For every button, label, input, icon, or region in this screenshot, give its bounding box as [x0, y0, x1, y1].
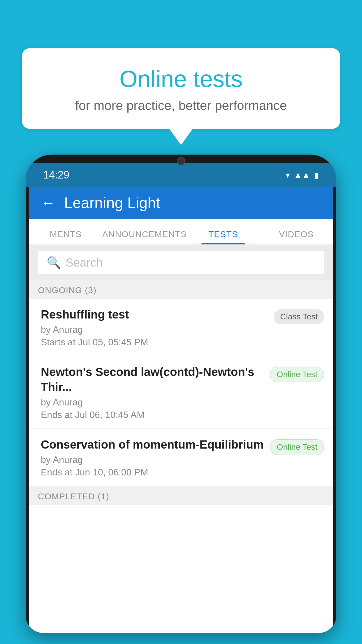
test-title: Reshuffling test: [41, 307, 268, 322]
phone-camera: [177, 157, 185, 165]
tab-bar: MENTS ANNOUNCEMENTS TESTS VIDEOS: [29, 219, 333, 245]
test-date: Ends at Jul 06, 10:45 AM: [41, 410, 264, 420]
tab-videos[interactable]: VIDEOS: [260, 229, 333, 244]
test-title: Newton's Second law(contd)-Newton's Thir…: [41, 364, 264, 395]
back-button[interactable]: ←: [41, 194, 55, 211]
speech-bubble-arrow: [169, 129, 193, 145]
tab-ments[interactable]: MENTS: [29, 229, 102, 244]
test-badge-class: Class Test: [274, 309, 324, 324]
speech-bubble-subtitle: for more practice, better performance: [45, 98, 317, 113]
test-item[interactable]: Conservation of momentum-Equilibrium by …: [29, 429, 333, 486]
test-item-content: Conservation of momentum-Equilibrium by …: [41, 437, 264, 478]
test-title: Conservation of momentum-Equilibrium: [41, 437, 264, 452]
content-area: 🔍 Search ONGOING (3) Reshuffling test by…: [29, 245, 333, 505]
speech-bubble-container: Online tests for more practice, better p…: [22, 48, 340, 145]
speech-bubble-title: Online tests: [45, 66, 317, 92]
battery-icon: ▮: [314, 170, 319, 180]
test-list: Reshuffling test by Anurag Starts at Jul…: [29, 299, 333, 486]
app-bar: ← Learning Light: [29, 187, 333, 219]
tab-tests[interactable]: TESTS: [187, 229, 260, 244]
completed-section-label: COMPLETED (1): [29, 486, 333, 505]
test-author: by Anurag: [41, 324, 268, 335]
test-date: Starts at Jul 05, 05:45 PM: [41, 337, 268, 348]
phone-frame: 14:29 ▾ ▲▲ ▮ ← Learning Light MENTS ANNO…: [26, 155, 336, 633]
search-placeholder: Search: [66, 256, 103, 269]
ongoing-section-label: ONGOING (3): [29, 280, 333, 299]
test-item-content: Newton's Second law(contd)-Newton's Thir…: [41, 364, 264, 420]
phone-container: 14:29 ▾ ▲▲ ▮ ← Learning Light MENTS ANNO…: [26, 155, 336, 644]
test-author: by Anurag: [41, 397, 264, 408]
search-bar[interactable]: 🔍 Search: [38, 251, 324, 274]
tab-announcements[interactable]: ANNOUNCEMENTS: [102, 229, 187, 244]
test-item[interactable]: Reshuffling test by Anurag Starts at Jul…: [29, 299, 333, 356]
app-bar-title: Learning Light: [64, 194, 160, 211]
search-bar-container: 🔍 Search: [29, 245, 333, 280]
test-date: Ends at Jun 10, 06:00 PM: [41, 467, 264, 478]
status-icons: ▾ ▲▲ ▮: [286, 170, 319, 180]
test-item-content: Reshuffling test by Anurag Starts at Jul…: [41, 307, 268, 348]
status-time: 14:29: [43, 169, 69, 181]
test-badge-online: Online Test: [270, 367, 324, 382]
wifi-icon: ▾: [286, 170, 290, 180]
test-author: by Anurag: [41, 454, 264, 465]
test-item[interactable]: Newton's Second law(contd)-Newton's Thir…: [29, 356, 333, 429]
status-bar: 14:29 ▾ ▲▲ ▮: [26, 163, 336, 187]
search-icon: 🔍: [47, 256, 61, 270]
phone-screen: ← Learning Light MENTS ANNOUNCEMENTS TES…: [29, 187, 333, 633]
speech-bubble: Online tests for more practice, better p…: [22, 48, 340, 129]
test-badge-online: Online Test: [270, 439, 324, 455]
signal-icon: ▲▲: [294, 170, 310, 180]
